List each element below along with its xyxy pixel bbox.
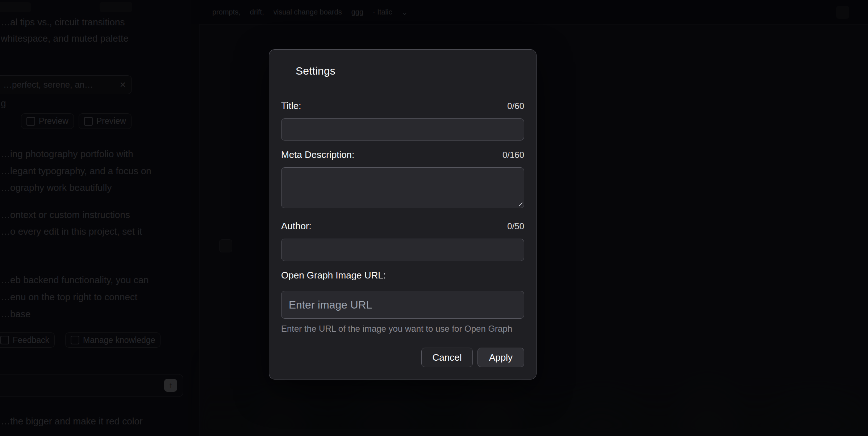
meta-description-field-group: Meta Description: 0/160 (281, 149, 524, 208)
title-label: Title: (281, 100, 301, 112)
og-image-url-label: Open Graph Image URL: (281, 270, 386, 281)
cancel-button[interactable]: Cancel (421, 348, 473, 367)
title-input[interactable] (281, 118, 524, 141)
og-image-url-input[interactable] (281, 291, 524, 319)
author-char-counter: 0/50 (507, 221, 524, 231)
og-image-helper-text: Enter the URL of the image you want to u… (281, 324, 524, 334)
modal-body: Title: 0/60 Meta Description: 0/160 Auth… (269, 87, 536, 334)
meta-description-label: Meta Description: (281, 149, 354, 160)
author-label: Author: (281, 221, 312, 232)
author-input[interactable] (281, 239, 524, 261)
title-field-group: Title: 0/60 (281, 100, 524, 141)
meta-description-textarea[interactable] (281, 167, 524, 208)
app-window: …al tips vs., circuit transitions whites… (0, 0, 868, 436)
og-image-field-group: Open Graph Image URL: Enter the URL of t… (281, 270, 524, 334)
modal-footer: Cancel Apply (269, 334, 536, 367)
modal-title: Settings (296, 65, 524, 77)
title-char-counter: 0/60 (507, 101, 524, 111)
apply-button[interactable]: Apply (477, 348, 524, 367)
author-field-group: Author: 0/50 (281, 221, 524, 261)
modal-header: Settings (269, 50, 536, 77)
settings-modal: Settings Title: 0/60 Meta Description: 0… (269, 49, 537, 380)
meta-description-char-counter: 0/160 (502, 150, 524, 160)
